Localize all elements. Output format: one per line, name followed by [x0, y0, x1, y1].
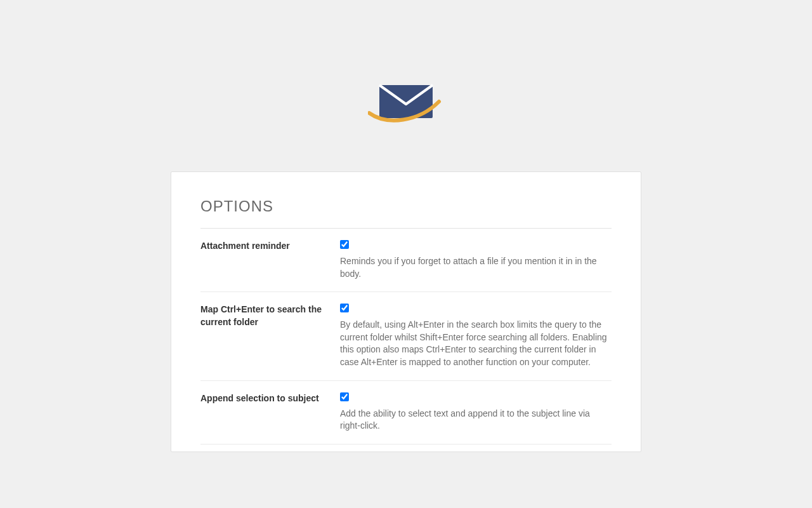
option-row-attachment-reminder: Attachment reminder Reminds you if you f…: [200, 229, 612, 292]
panel-title: OPTIONS: [200, 197, 612, 224]
append-selection-checkbox[interactable]: [340, 392, 349, 401]
mail-logo-icon: [368, 76, 444, 127]
ctrl-enter-search-checkbox[interactable]: [340, 304, 349, 312]
option-description: By default, using Alt+Enter in the searc…: [340, 319, 612, 368]
option-control: Reminds you if you forget to attach a fi…: [340, 240, 612, 280]
option-label: Append selection to subject: [200, 392, 340, 432]
logo-container: [0, 0, 812, 171]
option-control: Add the ability to select text and appen…: [340, 392, 612, 432]
option-description: Reminds you if you forget to attach a fi…: [340, 255, 612, 280]
option-row-append-selection: Append selection to subject Add the abil…: [200, 381, 612, 444]
option-row-send-confirmation: Send confirmation Requires confirmation …: [200, 444, 612, 452]
option-label: Map Ctrl+Enter to search the current fol…: [200, 304, 340, 368]
option-row-ctrl-enter-search: Map Ctrl+Enter to search the current fol…: [200, 292, 612, 380]
option-label: Attachment reminder: [200, 240, 340, 280]
option-control: By default, using Alt+Enter in the searc…: [340, 304, 612, 368]
options-panel: OPTIONS Attachment reminder Reminds you …: [171, 171, 641, 452]
option-description: Add the ability to select text and appen…: [340, 408, 612, 432]
attachment-reminder-checkbox[interactable]: [340, 240, 349, 249]
